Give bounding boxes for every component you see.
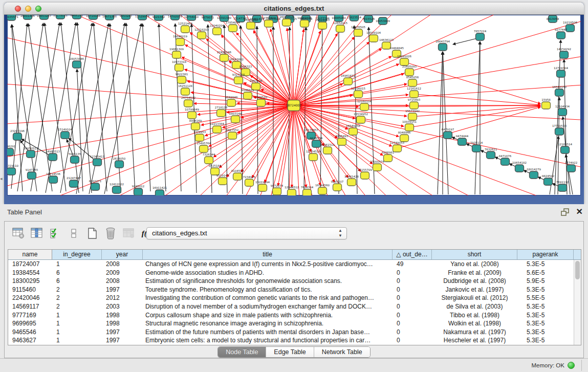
cell[interactable]: 0 [393, 302, 432, 311]
network-node[interactable] [220, 54, 229, 61]
network-node[interactable] [530, 171, 538, 179]
network-node[interactable] [49, 154, 57, 161]
cell[interactable]: 9777169 [8, 311, 52, 320]
change-table-mode-icon[interactable] [11, 226, 26, 241]
network-node[interactable] [28, 172, 36, 179]
memory-status-indicator[interactable] [568, 362, 575, 369]
network-node[interactable] [213, 126, 222, 133]
network-node[interactable] [234, 77, 243, 84]
cell[interactable]: Investigating the contribution of common… [143, 294, 393, 302]
network-node[interactable] [13, 133, 22, 140]
cell[interactable]: 1998 [102, 311, 143, 320]
cell[interactable]: 5.3E-5 [517, 302, 574, 311]
cell[interactable]: 2012 [102, 294, 143, 302]
table-row[interactable]: 946554611997Estimation of the future num… [8, 328, 581, 337]
network-node[interactable] [384, 155, 393, 162]
show-columns-icon[interactable] [29, 226, 45, 241]
cell[interactable]: Tourette syndrome. Phenomenology and cla… [143, 286, 393, 294]
network-node[interactable] [408, 79, 417, 86]
cell[interactable]: 1997 [102, 336, 143, 345]
cell[interactable]: 5.6E-5 [517, 269, 574, 277]
network-node[interactable] [360, 103, 369, 111]
float-panel-icon[interactable] [560, 208, 570, 216]
cell[interactable]: 6 [52, 277, 102, 286]
network-node[interactable] [73, 61, 81, 68]
cell[interactable]: 5.3E-5 [517, 336, 574, 345]
network-node[interactable] [7, 148, 14, 156]
cell[interactable]: 0 [393, 269, 432, 277]
network-node[interactable] [405, 69, 414, 76]
network-node[interactable] [333, 184, 342, 191]
network-node[interactable] [318, 187, 327, 194]
table-row[interactable]: 969969511998Structural magnetic resonanc… [8, 319, 581, 328]
network-node[interactable] [323, 147, 332, 154]
network-node[interactable] [61, 132, 70, 139]
cell[interactable]: 5.3E-5 [517, 311, 574, 320]
table-row[interactable]: 911546021997Tourette syndrome. Phenomeno… [8, 286, 581, 294]
close-window-button[interactable] [15, 6, 21, 12]
cell[interactable]: Corpus callosum shape and size in male p… [143, 311, 393, 320]
cell[interactable]: de Silva et al. (2003) [432, 302, 517, 311]
network-node[interactable] [555, 89, 564, 96]
network-node[interactable] [544, 178, 553, 185]
network-node[interactable] [444, 132, 452, 139]
network-node[interactable] [229, 25, 237, 32]
cell[interactable]: 0 [393, 319, 432, 328]
network-node[interactable] [410, 91, 419, 98]
network-node[interactable] [191, 123, 200, 130]
cell[interactable]: Disruption of a novel member of a sodium… [143, 302, 393, 311]
column-header-in_degree[interactable]: in_degree [52, 250, 102, 259]
cell[interactable]: 5.5E-5 [517, 294, 574, 302]
network-node[interactable] [233, 173, 242, 180]
network-node[interactable] [303, 189, 312, 195]
table-row[interactable]: 977716911998Corpus callosum shape and si… [8, 311, 581, 320]
cell[interactable]: 18724007 [8, 260, 52, 269]
column-header-pagerank[interactable]: pagerank [517, 250, 574, 259]
network-node[interactable] [557, 70, 565, 77]
network-node[interactable] [349, 128, 358, 135]
cell[interactable]: 9115460 [8, 286, 52, 294]
network-node[interactable] [195, 134, 204, 141]
network-node[interactable] [558, 108, 567, 116]
network-node[interactable] [400, 135, 409, 142]
cell[interactable]: 2 [52, 286, 102, 294]
cell[interactable]: 1 [52, 260, 102, 269]
cell[interactable]: 2 [52, 302, 102, 311]
network-node[interactable] [487, 151, 495, 159]
network-node[interactable] [184, 100, 193, 107]
network-node[interactable] [227, 99, 236, 106]
network-node[interactable] [344, 78, 353, 85]
close-panel-icon[interactable]: ✕ [576, 207, 583, 216]
network-node[interactable] [354, 91, 363, 98]
cell[interactable]: 2008 [102, 260, 143, 269]
network-node[interactable] [354, 29, 363, 36]
network-node[interactable] [228, 132, 237, 139]
network-node[interactable] [181, 88, 190, 95]
network-node[interactable] [400, 58, 409, 65]
network-node[interactable] [561, 146, 570, 154]
network-node[interactable] [410, 102, 419, 109]
network-node[interactable] [369, 35, 378, 42]
network-node[interactable] [558, 184, 567, 191]
cell[interactable]: 5.3E-5 [517, 328, 574, 337]
network-node[interactable] [205, 157, 213, 164]
minimize-window-button[interactable] [25, 6, 31, 12]
network-node[interactable] [178, 76, 186, 83]
cell[interactable]: 22420046 [8, 294, 52, 302]
network-node[interactable] [219, 178, 227, 185]
cell[interactable]: 0 [393, 336, 432, 345]
cell[interactable]: 1 [52, 336, 102, 345]
table-row[interactable]: 946362711997Embryonic stem cells: a mode… [8, 336, 581, 345]
cell[interactable]: Yano et al. (2008) [432, 260, 517, 269]
cell[interactable]: 1998 [102, 319, 143, 328]
network-node[interactable] [257, 99, 266, 106]
network-node[interactable] [258, 184, 267, 191]
network-node[interactable] [245, 179, 254, 186]
cell[interactable]: 0 [393, 311, 432, 320]
tab-network-table[interactable]: Network Table [314, 347, 370, 357]
network-node[interactable] [134, 188, 143, 195]
network-node[interactable] [200, 145, 208, 152]
cell[interactable]: 14569117 [8, 302, 52, 311]
cell[interactable]: 1997 [102, 328, 143, 337]
table-row[interactable]: 1872400712008Changes of HCN gene express… [8, 260, 581, 269]
